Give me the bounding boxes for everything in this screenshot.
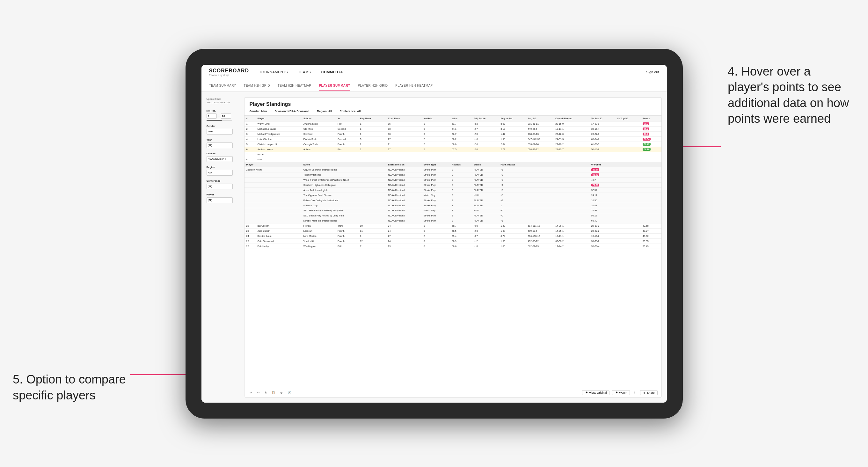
table-row: 2 Michael La Sasso Ole Miss Second 1 18 … xyxy=(245,126,661,131)
popup-row: Fallen Oak Collegiate Invitational NCAA … xyxy=(245,198,661,203)
col-conf-rank: Conf Rank xyxy=(386,116,422,121)
filter-gender-group: Gender Men xyxy=(207,125,242,134)
table-scroll: # Player School Yr Reg Rank Conf Rank No… xyxy=(245,116,661,388)
player-select[interactable]: (All) xyxy=(207,197,233,203)
watch-icon: 👁 xyxy=(615,391,618,394)
table-area: Player Standings Gender: Men Division: N… xyxy=(244,97,662,398)
col-overall: Overall Record xyxy=(553,116,589,121)
subnav-team-summary[interactable]: TEAM SUMMARY xyxy=(209,81,236,91)
no-rds-max-input[interactable] xyxy=(221,114,231,119)
paste-button[interactable]: 📋 xyxy=(270,391,276,395)
table-row: 8 Mats xyxy=(245,157,661,162)
popup-row: Amer An Intercollegiate NCAA Division I … xyxy=(245,187,661,192)
table-row: 24 Bastien Amat New Mexico Fourth 1 27 2… xyxy=(245,234,661,239)
nav-tournaments[interactable]: TOURNAMENTS xyxy=(259,69,288,75)
col-points: Points xyxy=(641,116,661,121)
undo-button[interactable]: ↩ xyxy=(248,391,253,395)
conference-select[interactable]: (All) xyxy=(207,184,233,189)
popup-row: SEC Stroke Play hosted by Jerry Pate NCA… xyxy=(245,213,661,218)
bottom-toolbar: ↩ ↪ ⎘ 📋 ⊕ 🕐 👁 View: Original 👁 xyxy=(245,388,661,397)
popup-row: Southern Highlands Collegiate NCAA Divis… xyxy=(245,182,661,187)
page-wrapper: 5. Option to compare specific players 4.… xyxy=(0,0,868,467)
col-yr: Yr xyxy=(336,116,358,121)
standings-table: # Player School Yr Reg Rank Conf Rank No… xyxy=(245,116,661,249)
download-button[interactable]: ⬇ xyxy=(632,391,638,395)
filter-row: Gender: Men Division: NCAA Division I Re… xyxy=(250,110,656,113)
filter-year-group: Year (All) xyxy=(207,138,242,148)
update-time: Update time: 27/01/2024 16:56:26 xyxy=(207,97,242,104)
col-no-rds: No Rds. xyxy=(422,116,450,121)
table-row: 1 Wenyi Ding Arizona State First 1 15 1 … xyxy=(245,121,661,126)
col-wins: Wins xyxy=(450,116,472,121)
table-row: 25 Cole Sherwood Vanderbilt Fourth 12 24… xyxy=(245,239,661,244)
subnav-player-h2h-heatmap[interactable]: PLAYER H2H HEATMAP xyxy=(395,81,433,91)
popup-row: The Cypress Point Classic NCAA Division … xyxy=(245,192,661,198)
subnav-team-h2h-grid[interactable]: TEAM H2H GRID xyxy=(244,81,270,91)
filter-conference-display: Conference: All xyxy=(340,110,361,113)
subnav-player-h2h-grid[interactable]: PLAYER H2H GRID xyxy=(358,81,388,91)
filter-gender-display: Gender: Men xyxy=(250,110,267,113)
col-player: Player xyxy=(255,116,301,121)
sub-nav: TEAM SUMMARY TEAM H2H GRID TEAM H2H HEAT… xyxy=(202,80,667,92)
view-original-button[interactable]: 👁 View: Original xyxy=(582,390,610,395)
table-header-section: Player Standings Gender: Men Division: N… xyxy=(245,97,661,116)
division-select[interactable]: NCAA Division I xyxy=(207,156,233,162)
share-button[interactable]: ⬆ Share xyxy=(640,390,657,395)
col-adj-score: Adj. Score xyxy=(472,116,499,121)
table-row: 4 Luke Clanton Florida State Second 5 27… xyxy=(245,136,661,142)
table-row-highlighted: 6 Jackson Koivu Auburn First 2 27 5 67.5… xyxy=(245,147,661,152)
popup-row: SEC Match Play hosted by Jerry Pate NCAA… xyxy=(245,208,661,213)
clock-button[interactable]: 🕐 xyxy=(286,391,292,395)
redo-button[interactable]: ↪ xyxy=(256,391,261,395)
popup-row: Jackson Koivu UNCW Seahawk Intercollegia… xyxy=(245,167,661,172)
copy-button[interactable]: ⎘ xyxy=(264,391,268,395)
filter-no-rds-slider[interactable] xyxy=(207,120,232,121)
filter-division-display: Division: NCAA Division I xyxy=(275,110,310,113)
logo-area: SCOREBOARD Powered by clippi xyxy=(209,68,249,76)
filter-region-group: Region N/A xyxy=(207,166,242,176)
year-select[interactable]: (All) xyxy=(207,143,233,148)
table-row: 22 Ian Gilligan Florida Third 10 24 1 68… xyxy=(245,223,661,228)
annotation-left: 5. Option to compare specific players xyxy=(13,372,134,403)
nav-right: Sign out xyxy=(646,70,659,74)
table-row: 23 Jack Lundin Missouri Fourth 11 24 0 6… xyxy=(245,228,661,234)
col-vs-top50: Vs Top 50 xyxy=(615,116,641,121)
popup-row: Mirabel Maui Jim Intercollegiate NCAA Di… xyxy=(245,218,661,223)
subnav-player-summary[interactable]: PLAYER SUMMARY xyxy=(319,81,350,91)
subnav-team-h2h-heatmap[interactable]: TEAM H2H HEATMAP xyxy=(278,81,311,91)
table-header-row: # Player School Yr Reg Rank Conf Rank No… xyxy=(245,116,661,121)
col-school: School xyxy=(302,116,336,121)
annotation-right: 4. Hover over a player's points to see a… xyxy=(728,64,855,127)
view-icon: 👁 xyxy=(585,391,588,394)
table-row: 5 Christo Lamprecht Georgia Tech Fourth … xyxy=(245,142,661,147)
col-vs-top25: Vs Top 25 xyxy=(589,116,615,121)
col-avg-sg: Avg SG xyxy=(526,116,554,121)
logo-sub: Powered by clippi xyxy=(209,74,249,76)
col-avg-to-par: Avg to-Par xyxy=(499,116,526,121)
popup-header-row: Player Event Event Division Event Type R… xyxy=(245,162,661,167)
table-row: 3 Michael Thorbjornsen Stanford Fourth 1… xyxy=(245,131,661,136)
table-row: 26 Petr Hruby Washington Fifth 7 23 0 68… xyxy=(245,244,661,249)
filter-division-group: Division NCAA Division I xyxy=(207,152,242,162)
filter-no-rds-range: – xyxy=(207,114,242,119)
settings-button[interactable]: ⊕ xyxy=(279,391,284,395)
sign-out-link[interactable]: Sign out xyxy=(646,70,659,74)
popup-row: Wake Forest Invitational at Pinehurst No… xyxy=(245,177,661,182)
gender-select[interactable]: Men xyxy=(207,129,233,134)
logo-text: SCOREBOARD xyxy=(209,68,249,74)
watch-button[interactable]: 👁 Watch xyxy=(612,390,630,395)
table-title: Player Standings xyxy=(250,101,656,107)
main-content: Update time: 27/01/2024 16:56:26 No Rds.… xyxy=(202,92,667,403)
col-num: # xyxy=(245,116,256,121)
table-row: 7 Niche xyxy=(245,152,661,157)
region-select[interactable]: N/A xyxy=(207,170,233,176)
popup-row: Tiger Invitational NCAA Division I Strok… xyxy=(245,172,661,177)
tablet-screen: SCOREBOARD Powered by clippi TOURNAMENTS… xyxy=(202,65,667,403)
filter-player-group: Player (All) xyxy=(207,193,242,203)
no-rds-min-input[interactable] xyxy=(207,114,217,119)
nav-teams[interactable]: TEAMS xyxy=(298,69,311,75)
top-nav: SCOREBOARD Powered by clippi TOURNAMENTS… xyxy=(202,65,667,80)
filter-slider-fill xyxy=(207,120,222,121)
nav-committee[interactable]: COMMITTEE xyxy=(321,69,344,75)
nav-items: TOURNAMENTS TEAMS COMMITTEE xyxy=(259,69,646,75)
